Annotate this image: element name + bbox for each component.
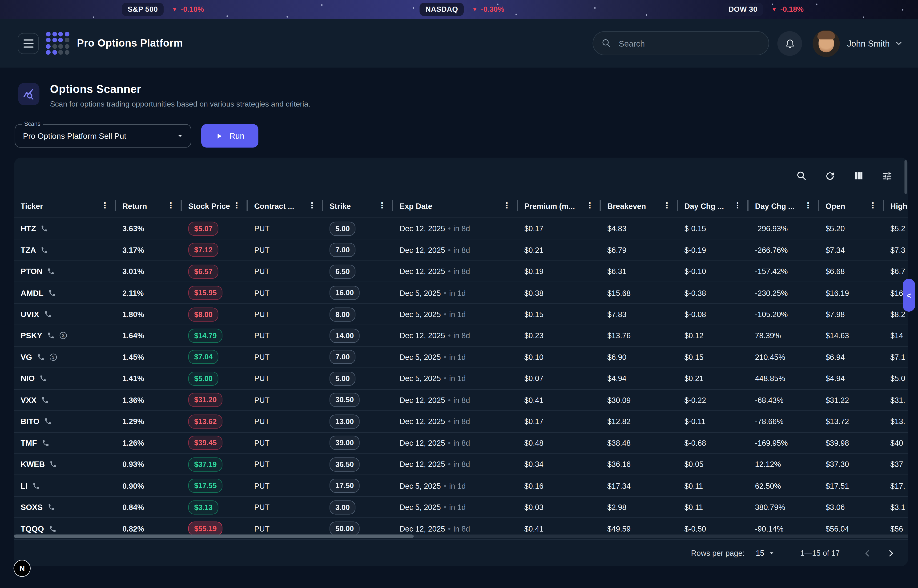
table-row[interactable]: PSKY $ 1.64% $14.79 PUT 14.00 Dec 12, 20… — [14, 325, 908, 347]
ticker-symbol: BITO — [21, 417, 40, 426]
ticker-cell: HTZ $ — [14, 218, 116, 239]
table-row[interactable]: PTON $ 3.01% $6.57 PUT 6.50 Dec 12, 2025… — [14, 261, 908, 283]
column-menu-icon[interactable]: ⋮ — [233, 202, 241, 210]
day-chg-pct-value: -78.66% — [755, 417, 784, 426]
table-row[interactable]: SOXS $ 0.84% $3.13 PUT 3.00 Dec 5, 2025i… — [14, 497, 908, 518]
phone-icon[interactable] — [42, 439, 49, 447]
phone-icon[interactable] — [41, 225, 49, 233]
column-header-stock-price[interactable]: Stock Price⋮ — [182, 194, 248, 218]
column-menu-icon[interactable]: ⋮ — [378, 202, 386, 210]
table-row[interactable]: KWEB $ 0.93% $37.19 PUT 36.50 Dec 12, 20… — [14, 454, 908, 475]
phone-icon[interactable] — [37, 353, 44, 361]
search-bar[interactable] — [593, 31, 769, 55]
column-menu-icon[interactable]: ⋮ — [586, 202, 594, 210]
column-header-open[interactable]: Open⋮ — [819, 194, 884, 218]
horizontal-scrollbar-track[interactable] — [14, 534, 908, 538]
table-columns-button[interactable] — [853, 171, 864, 181]
column-header-contract[interactable]: Contract ...⋮ — [248, 194, 323, 218]
column-menu-icon[interactable]: ⋮ — [804, 202, 812, 210]
premium-value: $0.34 — [525, 460, 544, 469]
column-menu-icon[interactable]: ⋮ — [101, 202, 109, 210]
previous-page-button[interactable] — [862, 548, 873, 558]
table-row[interactable]: HTZ $ 3.63% $5.07 PUT 5.00 Dec 12, 2025i… — [14, 218, 908, 240]
table-row[interactable]: TZA $ 3.17% $7.12 PUT 7.00 Dec 12, 2025i… — [14, 240, 908, 261]
phone-icon[interactable] — [44, 310, 52, 318]
column-menu-icon[interactable]: ⋮ — [869, 202, 877, 210]
run-button[interactable]: Run — [201, 124, 259, 148]
phone-icon[interactable] — [47, 503, 55, 511]
high-cell: $7.1 — [884, 347, 908, 368]
horizontal-scrollbar-thumb[interactable] — [14, 534, 414, 538]
contract-type: PUT — [254, 267, 269, 276]
premium-cell: $0.15 — [518, 304, 601, 325]
phone-icon[interactable] — [40, 375, 47, 383]
column-menu-icon[interactable]: ⋮ — [503, 202, 511, 210]
column-header-premium[interactable]: Premium (m...⋮ — [518, 194, 601, 218]
open-cell: $7.98 — [819, 304, 884, 325]
column-menu-icon[interactable]: ⋮ — [733, 202, 742, 210]
column-header-breakeven[interactable]: Breakeven⋮ — [601, 194, 678, 218]
column-menu-icon[interactable]: ⋮ — [167, 202, 175, 210]
phone-icon[interactable] — [47, 332, 55, 340]
premium-value: $0.07 — [525, 374, 544, 383]
hamburger-menu-button[interactable] — [18, 33, 39, 54]
column-menu-icon[interactable]: ⋮ — [663, 202, 671, 210]
table-filter-button[interactable] — [881, 170, 893, 182]
breakeven-value: $17.34 — [607, 481, 631, 490]
contract-type: PUT — [254, 224, 269, 233]
table-row[interactable]: BITO $ 1.29% $13.62 PUT 13.00 Dec 12, 20… — [14, 411, 908, 433]
stock-price-pill: $37.19 — [188, 457, 223, 471]
table-row[interactable]: LI $ 0.90% $17.55 PUT 17.50 Dec 5, 2025i… — [14, 475, 908, 497]
table-row[interactable]: NIO $ 1.41% $5.00 PUT 5.00 Dec 5, 2025in… — [14, 368, 908, 389]
index-change-value: -0.10% — [181, 5, 204, 14]
next-page-button[interactable] — [886, 548, 896, 558]
column-header-exp-date[interactable]: Exp Date⋮ — [393, 194, 518, 218]
rows-per-page-select[interactable]: 15 — [756, 549, 775, 558]
column-header-ticker[interactable]: Ticker⋮ — [14, 194, 116, 218]
table-row[interactable]: AMDL $ 2.11% $15.95 PUT 16.00 Dec 5, 202… — [14, 283, 908, 304]
phone-icon[interactable] — [47, 268, 55, 275]
return-value: 1.26% — [122, 438, 144, 447]
n-floating-button[interactable]: N — [14, 560, 31, 577]
strike-cell: 13.00 — [323, 411, 393, 432]
phone-icon[interactable] — [50, 460, 57, 468]
column-header-high[interactable]: High — [884, 194, 908, 218]
table-search-button[interactable] — [796, 171, 807, 181]
day-chg-pct-cell: -157.42% — [748, 261, 819, 282]
phone-icon[interactable] — [44, 418, 52, 425]
phone-icon[interactable] — [41, 396, 49, 404]
premium-cell: $0.38 — [518, 283, 601, 304]
table-row[interactable]: TMF $ 1.26% $39.45 PUT 39.00 Dec 12, 202… — [14, 433, 908, 454]
user-menu[interactable]: John Smith — [847, 39, 903, 48]
day-chg-cell: $-0.68 — [678, 433, 748, 454]
return-value: 1.29% — [122, 417, 144, 426]
vertical-scrollbar-thumb[interactable] — [905, 160, 907, 194]
table-row[interactable]: VXX $ 1.36% $31.20 PUT 30.50 Dec 12, 202… — [14, 390, 908, 411]
phone-icon[interactable] — [49, 525, 57, 533]
table-row[interactable]: VG $ 1.45% $7.04 PUT 7.00 Dec 5, 2025in … — [14, 347, 908, 368]
phone-icon[interactable] — [48, 289, 56, 297]
stock-price-cell: $31.20 — [182, 390, 248, 411]
table-refresh-button[interactable] — [824, 170, 836, 182]
search-input[interactable] — [618, 38, 750, 48]
return-value: 1.36% — [122, 396, 144, 405]
column-header-day-chg-pct[interactable]: Day Chg ...⋮ — [748, 194, 819, 218]
tune-icon — [881, 170, 893, 182]
column-menu-icon[interactable]: ⋮ — [308, 202, 316, 210]
high-value: $3.1 — [890, 503, 905, 512]
column-header-return[interactable]: Return⋮ — [116, 194, 182, 218]
scans-select[interactable]: Scans Pro Options Platform Sell Put — [15, 124, 191, 148]
notifications-button[interactable] — [778, 31, 802, 55]
contract-type: PUT — [254, 331, 269, 340]
table-header-row: Ticker⋮ Return⋮ Stock Price⋮ Contract ..… — [14, 194, 908, 218]
phone-icon[interactable] — [32, 482, 40, 490]
column-header-strike[interactable]: Strike⋮ — [323, 194, 393, 218]
table-row[interactable]: UVIX $ 1.80% $8.00 PUT 8.00 Dec 5, 2025i… — [14, 304, 908, 325]
dollar-circle-icon[interactable]: $ — [58, 331, 68, 340]
collapse-panel-handle[interactable]: < — [903, 279, 915, 312]
phone-icon[interactable] — [41, 246, 49, 254]
column-header-day-chg[interactable]: Day Chg ...⋮ — [678, 194, 748, 218]
breakeven-value: $30.09 — [607, 396, 631, 405]
user-avatar[interactable] — [813, 30, 840, 57]
dollar-circle-icon[interactable]: $ — [49, 353, 57, 362]
